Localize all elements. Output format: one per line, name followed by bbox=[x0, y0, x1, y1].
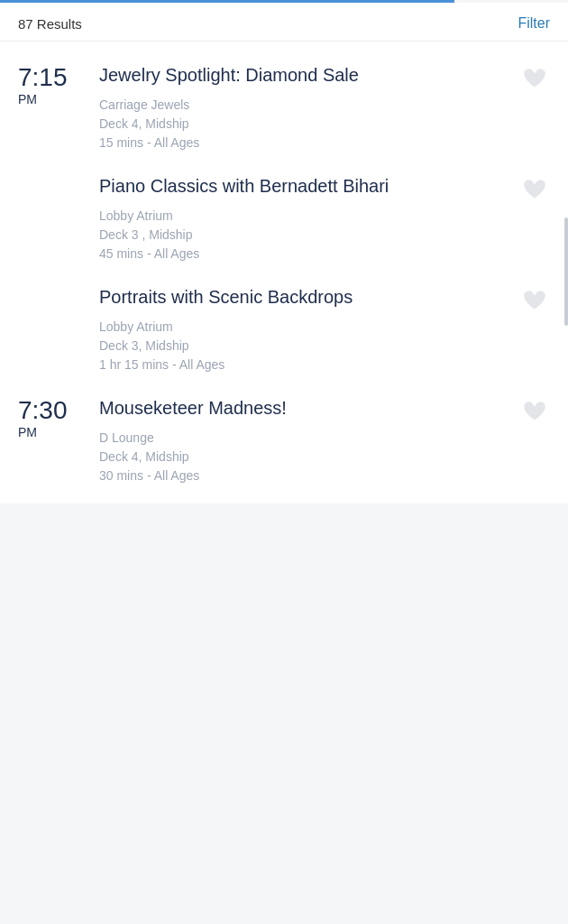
favorite-button[interactable] bbox=[519, 174, 550, 203]
scrollbar-thumb bbox=[564, 217, 568, 326]
event-card: Portraits with Scenic Backdrops Lobby At… bbox=[99, 285, 550, 374]
page-container: 87 Results Filter 7:15 PM Jewelry Spotli… bbox=[0, 0, 568, 504]
time-column: 7:15 PM bbox=[18, 63, 99, 152]
events-list: 7:15 PM Jewelry Spotlight: Diamond Sale … bbox=[0, 42, 568, 504]
event-column: Jewelry Spotlight: Diamond Sale Carriage… bbox=[99, 63, 550, 152]
header: 87 Results Filter bbox=[0, 3, 568, 42]
event-venue: Lobby Atrium bbox=[99, 207, 505, 226]
event-title: Mouseketeer Madness! bbox=[99, 396, 505, 420]
time-ampm: PM bbox=[18, 425, 37, 439]
event-location: Deck 3 , Midship bbox=[99, 226, 505, 245]
event-duration: 45 mins - All Ages bbox=[99, 245, 505, 263]
scrollbar[interactable] bbox=[564, 42, 568, 504]
event-duration: 1 hr 15 mins - All Ages bbox=[99, 356, 505, 374]
event-column: Portraits with Scenic Backdrops Lobby At… bbox=[99, 285, 550, 374]
heart-icon bbox=[523, 289, 546, 310]
event-location: Deck 4, Midship bbox=[99, 115, 505, 134]
favorite-button[interactable] bbox=[519, 285, 550, 314]
heart-icon bbox=[523, 67, 546, 88]
event-duration: 30 mins - All Ages bbox=[99, 467, 505, 485]
event-column: Piano Classics with Bernadett Bihari Lob… bbox=[99, 174, 550, 263]
time-ampm: PM bbox=[18, 92, 37, 106]
event-group-piano: Piano Classics with Bernadett Bihari Lob… bbox=[0, 152, 568, 263]
event-title: Jewelry Spotlight: Diamond Sale bbox=[99, 63, 505, 87]
event-duration: 15 mins - All Ages bbox=[99, 134, 505, 152]
results-count: 87 Results bbox=[18, 16, 82, 32]
event-venue: Carriage Jewels bbox=[99, 96, 505, 115]
event-group-730: 7:30 PM Mouseketeer Madness! D Lounge De… bbox=[0, 374, 568, 485]
event-venue: D Lounge bbox=[99, 429, 505, 448]
time-column-empty bbox=[18, 174, 99, 263]
event-location: Deck 3, Midship bbox=[99, 337, 505, 356]
heart-icon bbox=[523, 178, 546, 199]
time-column: 7:30 PM bbox=[18, 396, 99, 485]
event-card: Mouseketeer Madness! D Lounge Deck 4, Mi… bbox=[99, 396, 550, 485]
heart-icon bbox=[523, 400, 546, 421]
event-card: Piano Classics with Bernadett Bihari Lob… bbox=[99, 174, 550, 263]
event-group-portraits: Portraits with Scenic Backdrops Lobby At… bbox=[0, 263, 568, 374]
event-column: Mouseketeer Madness! D Lounge Deck 4, Mi… bbox=[99, 396, 550, 485]
event-title: Portraits with Scenic Backdrops bbox=[99, 285, 505, 309]
event-card: Jewelry Spotlight: Diamond Sale Carriage… bbox=[99, 63, 550, 152]
event-info: Mouseketeer Madness! D Lounge Deck 4, Mi… bbox=[99, 396, 519, 485]
event-location: Deck 4, Midship bbox=[99, 448, 505, 467]
favorite-button[interactable] bbox=[519, 396, 550, 425]
event-info: Piano Classics with Bernadett Bihari Lob… bbox=[99, 174, 519, 263]
event-info: Jewelry Spotlight: Diamond Sale Carriage… bbox=[99, 63, 519, 152]
event-venue: Lobby Atrium bbox=[99, 318, 505, 337]
event-group-715: 7:15 PM Jewelry Spotlight: Diamond Sale … bbox=[0, 42, 568, 152]
event-title: Piano Classics with Bernadett Bihari bbox=[99, 174, 505, 198]
favorite-button[interactable] bbox=[519, 63, 550, 92]
event-info: Portraits with Scenic Backdrops Lobby At… bbox=[99, 285, 519, 374]
filter-button[interactable]: Filter bbox=[518, 15, 550, 32]
time-column-empty bbox=[18, 285, 99, 374]
time-hour: 7:15 bbox=[18, 65, 68, 90]
time-hour: 7:30 bbox=[18, 398, 68, 423]
